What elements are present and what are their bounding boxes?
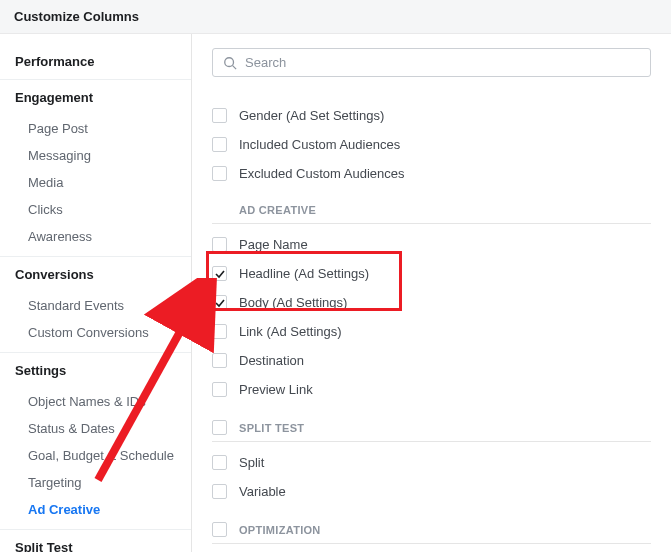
checkbox-unchecked[interactable]	[212, 353, 227, 368]
checkbox-unchecked[interactable]	[212, 137, 227, 152]
sidebar-group-engagement: Engagement Page Post Messaging Media Cli…	[0, 80, 191, 257]
sidebar-item-settings[interactable]: Settings	[0, 353, 191, 388]
sidebar-item-engagement[interactable]: Engagement	[0, 80, 191, 115]
option-label: Preview Link	[239, 382, 313, 397]
option-label: Split	[239, 455, 264, 470]
option-headline[interactable]: Headline (Ad Settings)	[212, 259, 651, 288]
option-gender[interactable]: Gender (Ad Set Settings)	[212, 101, 651, 130]
sidebar-group-settings: Settings Object Names & IDs Status & Dat…	[0, 353, 191, 530]
option-destination[interactable]: Destination	[212, 346, 651, 375]
section-checkbox[interactable]	[212, 420, 227, 435]
checkbox-unchecked[interactable]	[212, 382, 227, 397]
sidebar-item-custom-conversions[interactable]: Custom Conversions	[0, 319, 191, 346]
sidebar-item-clicks[interactable]: Clicks	[0, 196, 191, 223]
section-header-ad-creative[interactable]: AD CREATIVE	[212, 196, 651, 224]
search-input[interactable]	[245, 55, 640, 70]
search-icon	[223, 56, 237, 70]
search-field-wrap[interactable]	[212, 48, 651, 77]
dialog-title: Customize Columns	[14, 9, 139, 24]
option-label: Link (Ad Settings)	[239, 324, 342, 339]
sidebar-item-goal-budget[interactable]: Goal, Budget & Schedule	[0, 442, 191, 469]
sidebar-item-awareness[interactable]: Awareness	[0, 223, 191, 250]
sidebar-item-targeting[interactable]: Targeting	[0, 469, 191, 496]
sidebar-item-object-names[interactable]: Object Names & IDs	[0, 388, 191, 415]
sidebar-item-page-post[interactable]: Page Post	[0, 115, 191, 142]
option-label: Gender (Ad Set Settings)	[239, 108, 384, 123]
option-preview-link[interactable]: Preview Link	[212, 375, 651, 404]
sidebar-item-conversions[interactable]: Conversions	[0, 257, 191, 292]
option-label: Excluded Custom Audiences	[239, 166, 404, 181]
checkbox-unchecked[interactable]	[212, 455, 227, 470]
sidebar-group-conversions: Conversions Standard Events Custom Conve…	[0, 257, 191, 353]
option-split[interactable]: Split	[212, 448, 651, 477]
checkbox-unchecked[interactable]	[212, 166, 227, 181]
svg-point-0	[225, 57, 234, 66]
sidebar-item-media[interactable]: Media	[0, 169, 191, 196]
option-variable[interactable]: Variable	[212, 477, 651, 506]
section-label: AD CREATIVE	[239, 204, 316, 216]
checkbox-checked[interactable]	[212, 295, 227, 310]
section-label: OPTIMIZATION	[239, 524, 321, 536]
section-label: SPLIT TEST	[239, 422, 304, 434]
sidebar: Performance Engagement Page Post Messagi…	[0, 34, 192, 552]
option-page-name[interactable]: Page Name	[212, 230, 651, 259]
option-link[interactable]: Link (Ad Settings)	[212, 317, 651, 346]
option-label: Variable	[239, 484, 286, 499]
checkbox-unchecked[interactable]	[212, 237, 227, 252]
section-header-split-test[interactable]: SPLIT TEST	[212, 414, 651, 442]
dialog-body: Performance Engagement Page Post Messagi…	[0, 34, 671, 552]
checkbox-unchecked[interactable]	[212, 324, 227, 339]
sidebar-item-ad-creative[interactable]: Ad Creative	[0, 496, 191, 523]
section-header-optimization[interactable]: OPTIMIZATION	[212, 516, 651, 544]
option-label: Included Custom Audiences	[239, 137, 400, 152]
dialog-header: Customize Columns	[0, 0, 671, 34]
checkbox-unchecked[interactable]	[212, 108, 227, 123]
checkbox-checked[interactable]	[212, 266, 227, 281]
option-label: Body (Ad Settings)	[239, 295, 347, 310]
sidebar-item-standard-events[interactable]: Standard Events	[0, 292, 191, 319]
main-panel: Gender (Ad Set Settings) Included Custom…	[192, 34, 671, 552]
checkbox-unchecked[interactable]	[212, 484, 227, 499]
svg-line-1	[233, 65, 237, 69]
option-excluded-audiences[interactable]: Excluded Custom Audiences	[212, 159, 651, 188]
sidebar-item-status-dates[interactable]: Status & Dates	[0, 415, 191, 442]
option-label: Page Name	[239, 237, 308, 252]
option-label: Headline (Ad Settings)	[239, 266, 369, 281]
option-label: Destination	[239, 353, 304, 368]
section-checkbox[interactable]	[212, 522, 227, 537]
sidebar-item-performance[interactable]: Performance	[0, 44, 191, 80]
sidebar-item-split-test[interactable]: Split Test	[0, 530, 191, 552]
option-body[interactable]: Body (Ad Settings)	[212, 288, 651, 317]
sidebar-item-messaging[interactable]: Messaging	[0, 142, 191, 169]
option-included-audiences[interactable]: Included Custom Audiences	[212, 130, 651, 159]
